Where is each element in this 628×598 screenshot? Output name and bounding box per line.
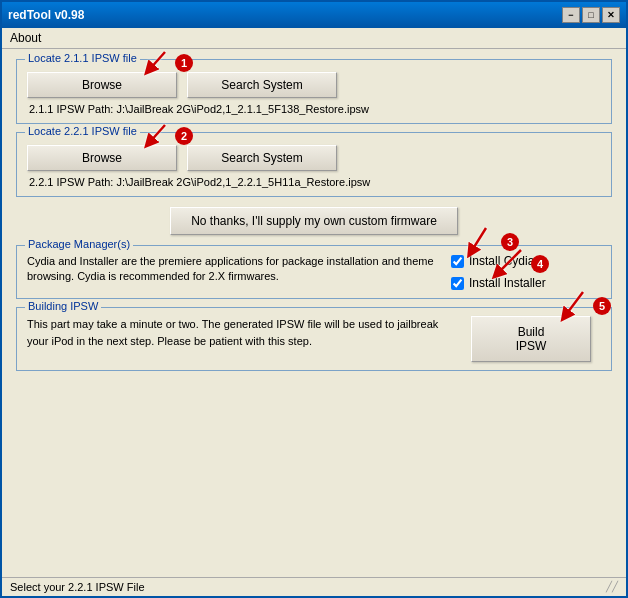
close-button[interactable]: ✕ — [602, 7, 620, 23]
section1-buttons: Browse Search System 1 — [27, 72, 601, 98]
install-installer-label: Install Installer — [469, 276, 546, 290]
svg-line-0 — [149, 52, 165, 70]
build-ipsw-section: Building IPSW This part may take a minut… — [16, 307, 612, 371]
package-manager-title: Package Manager(s) — [25, 238, 133, 250]
install-cydia-label: Install Cydia — [469, 254, 534, 268]
locate-221-section: Locate 2.2.1 IPSW file Browse Search Sys… — [16, 132, 612, 197]
install-installer-checkbox[interactable] — [451, 277, 464, 290]
minimize-button[interactable]: − — [562, 7, 580, 23]
main-window: redTool v0.98 − □ ✕ About Locate 2.1.1 I… — [0, 0, 628, 598]
custom-firmware-row: No thanks, I'll supply my own custom fir… — [16, 205, 612, 237]
build-ipsw-button[interactable]: Build IPSW — [471, 316, 591, 362]
status-text: Select your 2.2.1 IPSW File — [10, 581, 145, 593]
section2-buttons: Browse Search System 2 — [27, 145, 601, 171]
locate-211-title: Locate 2.1.1 IPSW file — [25, 52, 140, 64]
annotation-badge-1: 1 — [175, 54, 193, 72]
package-manager-section: Package Manager(s) Cydia and Installer a… — [16, 245, 612, 299]
title-bar: redTool v0.98 − □ ✕ — [2, 2, 626, 28]
install-cydia-checkbox[interactable] — [451, 255, 464, 268]
maximize-button[interactable]: □ — [582, 7, 600, 23]
browse-211-button[interactable]: Browse — [27, 72, 177, 98]
annotation-badge-5: 5 — [593, 297, 611, 315]
resize-grip: ╱╱ — [606, 581, 618, 593]
menu-bar: About — [2, 28, 626, 49]
build-ipsw-title: Building IPSW — [25, 300, 101, 312]
window-controls: − □ ✕ — [562, 7, 620, 23]
path-211: 2.1.1 IPSW Path: J:\JailBreak 2G\iPod2,1… — [27, 103, 601, 115]
annotation-badge-2: 2 — [175, 127, 193, 145]
locate-221-title: Locate 2.2.1 IPSW file — [25, 125, 140, 137]
status-bar: Select your 2.2.1 IPSW File ╱╱ — [2, 577, 626, 596]
window-title: redTool v0.98 — [8, 8, 84, 22]
search-system-221-button[interactable]: Search System — [187, 145, 337, 171]
path-221: 2.2.1 IPSW Path: J:\JailBreak 2G\iPod2,1… — [27, 176, 601, 188]
browse-221-button[interactable]: Browse — [27, 145, 177, 171]
build-ipsw-description: This part may take a minute or two. The … — [27, 316, 451, 362]
about-menu[interactable]: About — [10, 31, 41, 45]
search-system-211-button[interactable]: Search System — [187, 72, 337, 98]
custom-firmware-button[interactable]: No thanks, I'll supply my own custom fir… — [170, 207, 458, 235]
locate-211-section: Locate 2.1.1 IPSW file Browse Search Sys… — [16, 59, 612, 124]
cydia-checkbox-row: 3 Install Cydia — [451, 254, 601, 268]
installer-checkbox-row: 4 Install Installer — [451, 276, 601, 290]
package-manager-checkboxes: 3 Install Cydia 4 Install Inst — [451, 254, 601, 290]
package-manager-description: Cydia and Installer are the premiere app… — [27, 254, 441, 290]
svg-line-1 — [149, 125, 165, 143]
content-area: Locate 2.1.1 IPSW file Browse Search Sys… — [2, 49, 626, 577]
build-btn-container: 5 Build IPSW — [461, 316, 601, 362]
